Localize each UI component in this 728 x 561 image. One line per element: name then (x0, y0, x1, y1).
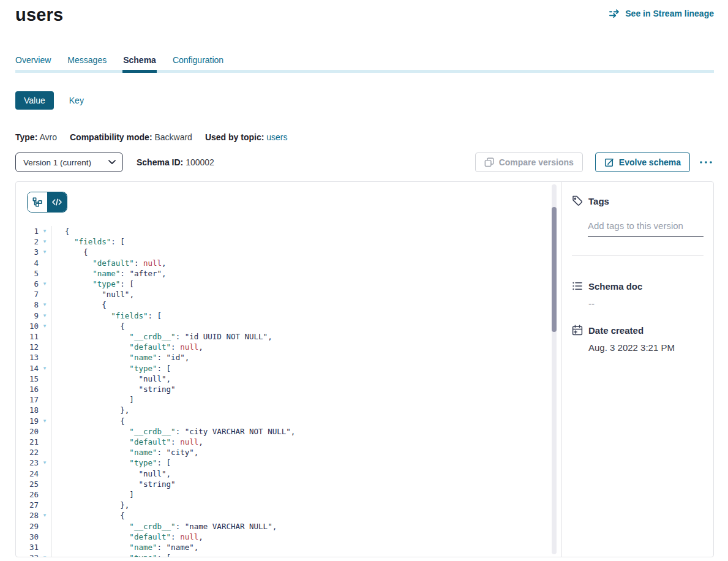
tab-overview[interactable]: Overview (15, 55, 51, 65)
fold-toggle-icon[interactable]: ▾ (39, 247, 51, 257)
code-line-content: { (51, 510, 547, 521)
fold-gutter (39, 479, 51, 489)
fold-toggle-icon[interactable]: ▾ (39, 311, 51, 321)
code-line-content: }, (51, 500, 547, 510)
line-number: 21 (16, 437, 39, 447)
schema-editor: 1▾{2▾ "fields": [3▾ {4 "default": null,5… (16, 182, 561, 557)
code-line-content: { (51, 226, 547, 236)
schema-doc-header: Schema doc (572, 280, 704, 292)
tab-bar: Overview Messages Schema Configuration (15, 55, 714, 70)
code-line-content: "__crdb__": "city VARCHAR NOT NULL", (51, 426, 547, 437)
evolve-schema-button[interactable]: Evolve schema (595, 152, 690, 172)
line-number: 13 (16, 352, 39, 363)
code-line-content: { (51, 416, 547, 426)
line-number: 29 (16, 521, 39, 532)
fold-toggle-icon[interactable]: ▾ (39, 416, 51, 426)
line-number: 14 (16, 363, 39, 374)
fold-toggle-icon[interactable]: ▾ (39, 363, 51, 374)
code-line: 1▾{ (16, 226, 547, 236)
code-line: 8▾ { (16, 299, 547, 310)
line-number: 1 (16, 226, 39, 236)
line-number: 19 (16, 416, 39, 426)
schema-id: Schema ID: 100002 (137, 157, 214, 167)
fold-gutter (39, 500, 51, 510)
fold-gutter (39, 342, 51, 352)
date-created-section: Date created Aug. 3 2022 3:21 PM (572, 325, 704, 353)
code-line-content: "name": "city", (51, 447, 547, 457)
topic-link[interactable]: users (266, 132, 287, 142)
fold-toggle-icon[interactable]: ▾ (39, 510, 51, 521)
code-line: 4 "default": null, (16, 258, 547, 268)
code-line-content: "name": "name", (51, 542, 547, 552)
code-line-content: "default": null, (51, 532, 547, 542)
fold-toggle-icon[interactable]: ▾ (39, 226, 51, 236)
compare-versions-button[interactable]: Compare versions (475, 152, 583, 172)
tree-view-button[interactable] (28, 192, 47, 212)
stream-lineage-link[interactable]: See in Stream lineage (609, 9, 714, 18)
fold-toggle-icon[interactable]: ▾ (39, 321, 51, 331)
sidebar-divider (572, 255, 704, 256)
date-created-value: Aug. 3 2022 3:21 PM (588, 342, 704, 353)
code-line: 32▾ "type": [ (16, 552, 547, 557)
version-select-value: Version 1 (current) (23, 158, 91, 167)
fold-gutter (39, 394, 51, 405)
code-line: 24 "null", (16, 469, 547, 479)
compare-versions-icon (484, 157, 494, 167)
code-line: 30 "default": null, (16, 532, 547, 542)
value-toggle-button[interactable]: Value (15, 91, 54, 110)
code-line: 13 "name": "id", (16, 352, 547, 363)
code-line: 9▾ "fields": [ (16, 311, 547, 321)
add-tags-input[interactable] (588, 220, 704, 237)
code-area: 1▾{2▾ "fields": [3▾ {4 "default": null,5… (16, 226, 547, 557)
tags-section: Tags (572, 195, 704, 237)
line-number: 26 (16, 489, 39, 500)
code-view-icon (52, 197, 62, 207)
line-number: 9 (16, 311, 39, 321)
line-number: 2 (16, 236, 39, 247)
line-number: 15 (16, 374, 39, 384)
code-line: 25 "string" (16, 479, 547, 489)
line-number: 20 (16, 426, 39, 437)
tab-configuration[interactable]: Configuration (173, 55, 223, 65)
line-number: 6 (16, 279, 39, 289)
code-line-content: "default": null, (51, 342, 547, 352)
fold-toggle-icon[interactable]: ▾ (39, 299, 51, 310)
more-options-button[interactable] (698, 158, 714, 167)
code-line-content: "default": null, (51, 258, 547, 268)
code-line-content: "type": [ (51, 457, 547, 468)
fold-toggle-icon[interactable]: ▾ (39, 236, 51, 247)
code-line: 31 "name": "name", (16, 542, 547, 552)
version-select[interactable]: Version 1 (current) (15, 152, 123, 172)
line-number: 18 (16, 405, 39, 415)
line-number: 4 (16, 258, 39, 268)
fold-toggle-icon[interactable]: ▾ (39, 279, 51, 289)
line-number: 30 (16, 532, 39, 542)
stream-lineage-icon (609, 9, 621, 18)
line-number: 5 (16, 268, 39, 279)
code-line: 20 "__crdb__": "city VARCHAR NOT NULL", (16, 426, 547, 437)
stream-lineage-label: See in Stream lineage (625, 9, 714, 18)
code-line: 5 "name": "after", (16, 268, 547, 279)
fold-toggle-icon[interactable]: ▾ (39, 552, 51, 557)
code-line-content: "null", (51, 469, 547, 479)
doc-list-icon (572, 280, 583, 292)
code-line-content: }, (51, 405, 547, 415)
line-number: 11 (16, 331, 39, 342)
tab-schema[interactable]: Schema (123, 55, 156, 65)
editor-scrollbar[interactable] (552, 184, 557, 554)
key-toggle-button[interactable]: Key (66, 91, 88, 110)
code-line-content: "__crdb__": "id UUID NOT NULL", (51, 331, 547, 342)
scrollbar-thumb[interactable] (552, 207, 557, 332)
code-line: 10▾ { (16, 321, 547, 331)
tab-messages[interactable]: Messages (67, 55, 107, 65)
code-line-content: "name": "id", (51, 352, 547, 363)
schema-doc-value: -- (588, 298, 704, 309)
code-line-content: ] (51, 394, 547, 405)
code-line: 18 }, (16, 405, 547, 415)
compatibility-meta: Compatibility mode: Backward (70, 132, 192, 142)
fold-toggle-icon[interactable]: ▾ (39, 457, 51, 468)
line-number: 25 (16, 479, 39, 489)
version-toolbar: Version 1 (current) Schema ID: 100002 Co… (15, 152, 714, 172)
line-number: 16 (16, 384, 39, 394)
code-view-button[interactable] (47, 192, 67, 212)
